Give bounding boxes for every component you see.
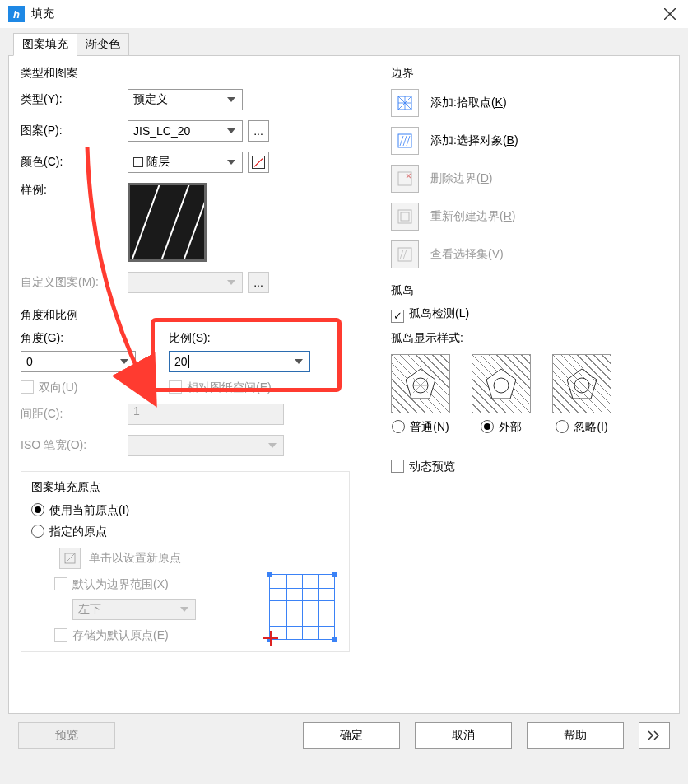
window-title: 填充 xyxy=(31,7,660,21)
label-scale: 比例(S): xyxy=(169,331,350,346)
label-recreate-boundary: 重新创建边界(R) xyxy=(430,209,515,224)
checkbox-dynamic-preview[interactable] xyxy=(391,460,404,473)
add-pick-point-button[interactable] xyxy=(391,89,419,117)
svg-rect-8 xyxy=(401,212,409,221)
app-icon: h xyxy=(8,6,25,22)
select-color-value: 随层 xyxy=(146,155,170,170)
pick-point-icon xyxy=(64,553,76,564)
recreate-boundary-button xyxy=(391,203,419,231)
tab-panel: 类型和图案 类型(Y): 预定义 图案(P): JIS_LC_20 ... 颜色… xyxy=(8,55,680,714)
spacing-value: 1 xyxy=(133,404,140,418)
label-color: 颜色(C): xyxy=(21,155,128,170)
group-title-angle-scale: 角度和比例 xyxy=(21,308,350,323)
pick-points-icon xyxy=(396,94,414,112)
radio-specified-origin[interactable] xyxy=(31,525,44,538)
label-island-normal: 普通(N) xyxy=(410,420,449,433)
group-islands: 孤岛 孤岛检测(L) 孤岛显示样式: 普通(N) xyxy=(391,283,662,435)
ok-button[interactable]: 确定 xyxy=(303,722,400,749)
label-spacing: 间距(C): xyxy=(21,407,128,422)
svg-point-15 xyxy=(574,378,589,393)
select-custom-pattern xyxy=(128,272,243,293)
select-pattern[interactable]: JIS_LC_20 xyxy=(128,120,243,142)
pentagon-icon xyxy=(404,367,437,400)
add-select-objects-button[interactable] xyxy=(391,127,419,155)
label-add-select-objects: 添加:选择对象(B) xyxy=(430,133,518,148)
text-caret xyxy=(188,355,189,368)
label-type: 类型(Y): xyxy=(21,92,128,107)
label-relative-paper: 相对图纸空间(E) xyxy=(187,380,272,394)
label-dynamic-preview: 动态预览 xyxy=(409,460,455,473)
pentagon-icon xyxy=(485,367,518,400)
select-angle[interactable]: 0 xyxy=(21,351,136,372)
group-angle-scale: 角度和比例 角度(G): 0 比例(S): 20 双向(U) 相对图纸 xyxy=(21,308,350,456)
select-iso-pen xyxy=(128,435,284,456)
delete-boundary-button xyxy=(391,165,419,193)
radio-island-normal[interactable] xyxy=(392,420,405,433)
angle-value: 0 xyxy=(26,355,33,368)
label-use-current-origin: 使用当前原点(I) xyxy=(49,503,129,516)
checkbox-bidirectional xyxy=(21,380,34,394)
select-color[interactable]: 随层 xyxy=(128,152,243,173)
island-style-outer-thumb[interactable] xyxy=(472,354,531,413)
radio-island-ignore[interactable] xyxy=(556,420,569,433)
svg-marker-14 xyxy=(567,369,597,399)
checkbox-default-extent xyxy=(54,577,67,590)
origin-corner-value: 左下 xyxy=(78,602,101,617)
help-button[interactable]: 帮助 xyxy=(527,722,624,749)
recreate-boundary-icon xyxy=(396,208,414,226)
select-type[interactable]: 预定义 xyxy=(128,89,243,110)
input-spacing: 1 xyxy=(128,404,284,425)
expand-button[interactable] xyxy=(639,722,670,749)
label-island-outer: 外部 xyxy=(499,420,522,433)
group-title-boundary: 边界 xyxy=(391,66,662,81)
group-boundary: 边界 添加:拾取点(K) 添加:选择对象(B) 删除边界(D) xyxy=(391,66,662,268)
select-type-value: 预定义 xyxy=(133,92,168,107)
radio-use-current-origin[interactable] xyxy=(31,503,44,516)
tab-pattern-fill[interactable]: 图案填充 xyxy=(13,33,77,56)
svg-point-13 xyxy=(494,378,509,393)
chevron-double-right-icon xyxy=(648,730,661,740)
label-island-detection: 孤岛检测(L) xyxy=(409,306,469,320)
none-swatch-icon xyxy=(252,156,265,169)
group-title: 类型和图案 xyxy=(21,66,350,81)
tab-gradient[interactable]: 渐变色 xyxy=(77,33,129,56)
label-delete-boundary: 删除边界(D) xyxy=(430,171,492,186)
group-type-pattern: 类型和图案 类型(Y): 预定义 图案(P): JIS_LC_20 ... 颜色… xyxy=(21,66,350,293)
svg-rect-6 xyxy=(398,172,411,185)
pentagon-icon xyxy=(565,367,598,400)
preview-button: 预览 xyxy=(18,722,115,749)
content: 图案填充 渐变色 类型和图案 类型(Y): 预定义 图案(P): JIS_LC_… xyxy=(0,28,688,757)
footer: 预览 确定 取消 帮助 xyxy=(8,714,680,757)
label-view-selection: 查看选择集(V) xyxy=(430,247,504,262)
select-origin-corner: 左下 xyxy=(72,599,196,620)
label-pattern: 图案(P): xyxy=(21,124,128,138)
input-scale[interactable]: 20 xyxy=(169,351,310,372)
origin-preview-icon xyxy=(269,574,335,640)
svg-marker-10 xyxy=(406,369,435,399)
group-title-origin: 图案填充原点 xyxy=(31,480,339,495)
color-background-button[interactable] xyxy=(248,152,269,173)
custom-pattern-browse-button: ... xyxy=(248,272,269,293)
select-pattern-value: JIS_LC_20 xyxy=(133,124,190,138)
label-sample: 样例: xyxy=(21,183,128,198)
label-specified-origin: 指定的原点 xyxy=(49,525,107,538)
close-button[interactable] xyxy=(660,4,680,24)
scale-value: 20 xyxy=(174,355,188,368)
group-hatch-origin: 图案填充原点 使用当前原点(I) 指定的原点 单击以设置新原点 默认为边界范围(… xyxy=(21,471,350,652)
label-store-default-origin: 存储为默认原点(E) xyxy=(72,628,169,642)
radio-island-outer[interactable] xyxy=(481,420,494,433)
select-objects-icon xyxy=(396,132,414,150)
island-style-normal-thumb[interactable] xyxy=(391,354,450,413)
label-iso-pen: ISO 笔宽(O): xyxy=(21,438,128,453)
label-custom-pattern: 自定义图案(M): xyxy=(21,275,128,290)
checkbox-relative-paper xyxy=(169,380,182,394)
checkbox-island-detection[interactable] xyxy=(391,310,404,323)
cancel-button[interactable]: 取消 xyxy=(415,722,512,749)
island-style-ignore-thumb[interactable] xyxy=(552,354,611,413)
label-angle: 角度(G): xyxy=(21,331,136,346)
label-default-extent: 默认为边界范围(X) xyxy=(72,577,169,590)
pattern-browse-button[interactable]: ... xyxy=(248,120,269,142)
label-bidirectional: 双向(U) xyxy=(39,380,77,394)
sample-swatch[interactable] xyxy=(128,183,207,262)
tabs: 图案填充 渐变色 xyxy=(13,33,680,56)
